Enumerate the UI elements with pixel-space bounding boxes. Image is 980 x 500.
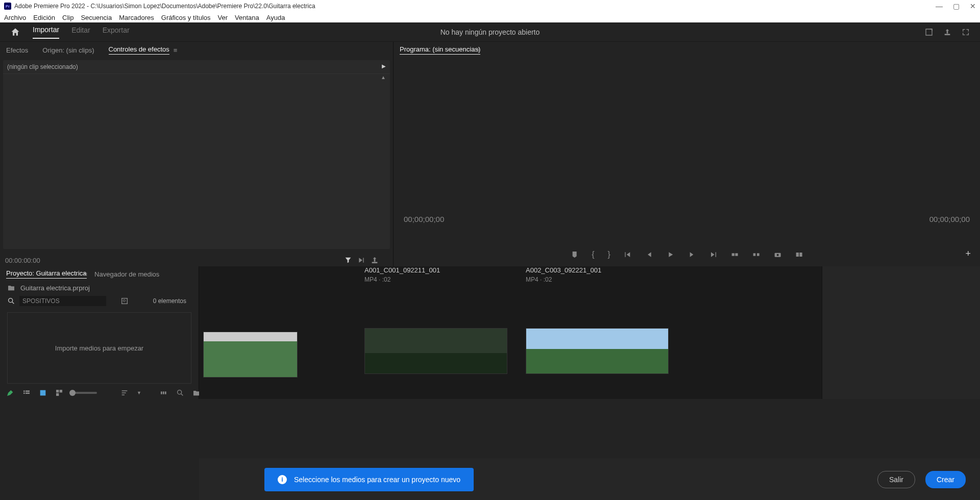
add-button-icon[interactable]: + [965, 248, 971, 259]
tab-navegador-medios[interactable]: Navegador de medios [94, 270, 159, 278]
tab-proyecto[interactable]: Proyecto: Guitarra electrica [6, 269, 87, 279]
program-tc-left: 00;00;00;00 [404, 215, 444, 223]
project-panel: Proyecto: Guitarra electrica ≡ Navegador… [0, 266, 199, 399]
menu-ventana[interactable]: Ventana [235, 14, 259, 21]
source-panel-menu-icon[interactable]: ≡ [174, 46, 178, 54]
menu-marcadores[interactable]: Marcadores [119, 14, 154, 21]
insert-icon[interactable] [357, 256, 365, 264]
svg-point-25 [178, 390, 182, 394]
project-item-count: 0 elementos [153, 297, 191, 305]
ws-tab-editar[interactable]: Editar [71, 26, 90, 38]
write-icon[interactable] [6, 389, 14, 397]
media-item[interactable]: A002_C003_092221_001 MP4 · :02 [526, 266, 669, 378]
project-file-name: Guitarra electrica.prproj [20, 284, 90, 292]
menu-secuencia[interactable]: Secuencia [81, 14, 112, 21]
svg-point-11 [9, 298, 13, 303]
tab-efectos[interactable]: Efectos [6, 46, 28, 54]
menu-edicion[interactable]: Edición [33, 14, 55, 21]
svg-rect-21 [56, 393, 59, 396]
svg-rect-1 [363, 258, 363, 262]
transport-controls: { } [570, 250, 803, 259]
find-icon[interactable] [176, 389, 184, 397]
filter-icon[interactable] [344, 256, 352, 264]
svg-rect-14 [23, 390, 25, 392]
go-to-in-icon[interactable] [624, 251, 632, 259]
create-button[interactable]: Crear [925, 471, 966, 488]
share-icon[interactable] [943, 28, 951, 36]
menu-clip[interactable]: Clip [62, 14, 74, 21]
bin-icon [7, 284, 15, 292]
info-text: Seleccione los medios para crear un proy… [294, 476, 460, 484]
ws-tab-importar[interactable]: Importar [33, 26, 59, 39]
compare-icon[interactable] [795, 251, 803, 259]
media-item[interactable] [203, 266, 346, 378]
svg-rect-2 [372, 262, 378, 263]
svg-rect-17 [26, 392, 30, 394]
window-title: Adobe Premiere Pro 2022 - C:\Usuarios\Si… [14, 3, 315, 10]
media-name: A001_C001_092211_001 [364, 266, 507, 274]
zoom-slider[interactable] [71, 392, 97, 394]
program-panel: Programa: (sin secuencias) ≡ 00;00;00;00… [393, 42, 980, 266]
tab-programa[interactable]: Programa: (sin secuencias) [400, 45, 480, 55]
maximize-button[interactable]: ▢ [953, 2, 960, 10]
svg-rect-6 [757, 253, 760, 256]
workspace-bar: Importar Editar Exportar No hay ningún p… [0, 22, 980, 42]
menu-archivo[interactable]: Archivo [4, 14, 26, 21]
quick-export-icon[interactable] [925, 28, 933, 36]
menu-graficos[interactable]: Gráficos y títulos [161, 14, 211, 21]
in-bracket-icon[interactable]: { [592, 250, 594, 259]
program-panel-menu-icon[interactable]: ≡ [476, 46, 480, 54]
list-view-icon[interactable] [22, 389, 31, 397]
project-drop-zone[interactable]: Importe medios para empezar [7, 312, 191, 384]
svg-rect-4 [736, 253, 738, 256]
tab-origen[interactable]: Origen: (sin clips) [42, 46, 94, 54]
menu-ver[interactable]: Ver [218, 14, 228, 21]
lift-icon[interactable] [731, 251, 739, 259]
extract-icon[interactable] [752, 251, 761, 259]
exit-button[interactable]: Salir [877, 471, 915, 488]
media-thumbnail[interactable] [203, 332, 298, 378]
step-back-icon[interactable] [645, 251, 653, 259]
marker-icon[interactable] [570, 251, 578, 259]
tab-controles-efectos[interactable]: Controles de efectos [109, 45, 169, 55]
info-icon: i [278, 475, 287, 484]
out-bracket-icon[interactable]: } [608, 250, 610, 259]
camera-icon[interactable] [774, 251, 782, 259]
menu-ayuda[interactable]: Ayuda [266, 14, 285, 21]
media-thumbnail[interactable] [364, 328, 507, 374]
clip-header-text: (ningún clip seleccionado) [7, 63, 78, 70]
right-empty-panel [822, 266, 980, 399]
icon-view-icon[interactable] [39, 389, 47, 397]
step-forward-icon[interactable] [688, 251, 696, 259]
media-item[interactable]: A001_C001_092211_001 MP4 · :02 [364, 266, 507, 378]
expand-icon[interactable]: ▶ [382, 63, 386, 70]
minimize-button[interactable]: — [936, 2, 943, 10]
search-icon[interactable] [7, 297, 15, 305]
new-search-bin-icon[interactable] [120, 297, 129, 305]
export-frame-icon[interactable] [371, 256, 379, 264]
drop-zone-text: Importe medios para empezar [55, 344, 143, 352]
sort-icon[interactable] [120, 389, 129, 397]
project-panel-menu-icon[interactable]: ≡ [84, 270, 88, 278]
sort-dropdown-icon[interactable]: ▼ [137, 390, 141, 395]
fullscreen-icon[interactable] [962, 28, 970, 36]
automate-icon[interactable] [160, 389, 168, 397]
media-browser: A001_C001_092211_001 MP4 · :02 A002_C003… [199, 266, 822, 399]
go-to-out-icon[interactable] [709, 251, 718, 259]
ws-tab-exportar[interactable]: Exportar [103, 26, 130, 38]
close-button[interactable]: ✕ [970, 2, 976, 10]
media-thumbnail[interactable] [526, 328, 669, 374]
project-search-input[interactable] [19, 296, 106, 306]
menu-bar: Archivo Edición Clip Secuencia Marcadore… [0, 12, 980, 22]
svg-rect-0 [945, 34, 950, 35]
play-icon[interactable] [667, 251, 675, 259]
info-message: i Seleccione los medios para crear un pr… [264, 468, 474, 491]
source-timecode: 00:00:00:00 [5, 257, 40, 264]
app-icon: Pr [4, 3, 11, 10]
svg-rect-18 [40, 390, 46, 396]
action-bar: i Seleccione los medios para crear un pr… [199, 458, 980, 500]
svg-rect-16 [23, 392, 25, 394]
collapse-icon[interactable]: ▲ [381, 74, 386, 80]
freeform-view-icon[interactable] [55, 389, 63, 397]
home-icon[interactable] [10, 27, 20, 37]
